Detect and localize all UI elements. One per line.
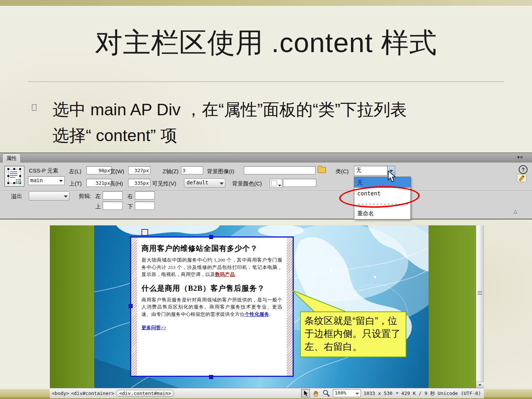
left-input[interactable] xyxy=(86,166,112,174)
element-type-label: CSS-P 元素 xyxy=(29,167,58,174)
link-personalized-service[interactable]: 个性化服务 xyxy=(245,311,269,317)
z-index-label: Z轴(Z) xyxy=(163,168,178,175)
thumb-line xyxy=(10,173,17,174)
zoom-tool-icon[interactable] xyxy=(323,389,330,397)
scrollbar-grip-icon[interactable] xyxy=(478,291,482,295)
bullet-line-2: 选择“ content” 项 xyxy=(52,123,503,149)
magnification-combo[interactable]: 100% xyxy=(333,389,361,397)
bg-image-label: 背景图像(I) xyxy=(207,168,234,175)
more-qa-link[interactable]: 更多问答>> xyxy=(141,324,166,331)
paragraph-text: 新大陆商城在中国的服务中心约 1,200 个，其中商用客户专门服务中心共计 25… xyxy=(141,257,282,277)
thumb-handle xyxy=(19,175,21,177)
chevron-down-icon xyxy=(478,384,481,386)
clip-top-label: 上 xyxy=(95,203,101,210)
class-value: 无 xyxy=(356,167,361,174)
callout-note: 条纹区就是“留白”，位于边框内侧。只设置了左、右留白。 xyxy=(300,311,406,357)
selection-handle-bottom[interactable] xyxy=(209,375,213,379)
window-size-value[interactable]: 1033 x 530 xyxy=(364,391,392,396)
scrollbar-down-button[interactable] xyxy=(476,382,484,388)
chevron-down-icon xyxy=(59,180,63,182)
selection-handle-left[interactable] xyxy=(129,304,133,308)
edit-pencil-icon[interactable] xyxy=(517,174,526,182)
bg-color-input[interactable] xyxy=(283,179,316,187)
element-thumbnail-icon xyxy=(4,166,24,187)
help-icon[interactable]: ? xyxy=(519,165,528,174)
top-label: 上(T) xyxy=(69,180,82,187)
select-tool-button[interactable] xyxy=(301,389,310,398)
visibility-label: 可见性(V) xyxy=(152,180,176,187)
clip-label: 剪辑: xyxy=(79,193,91,200)
tag-selector-main-selected[interactable]: <div.content#main> xyxy=(116,390,174,397)
paragraph-text: . xyxy=(235,272,236,277)
thumb-handle xyxy=(7,168,9,170)
clip-bottom-input[interactable] xyxy=(135,202,155,210)
content-paragraph-1: 新大陆商城在中国的服务中心约 1,200 个，其中商用客户专门服务中心共计 25… xyxy=(141,256,282,278)
bullet-text: 选中 main AP Div ，在“属性”面板的“类”下拉列表 选择“ cont… xyxy=(52,97,503,149)
visibility-combo[interactable]: default xyxy=(184,178,225,188)
hand-tool-icon[interactable] xyxy=(313,390,320,397)
color-swatch xyxy=(271,180,277,186)
title-divider xyxy=(28,81,504,82)
z-index-input[interactable] xyxy=(181,166,203,174)
encoding-label: Unicode (UTF-8) xyxy=(438,391,481,396)
content-area: 商用客户的维修站全国有多少个？ 新大陆商城在中国的服务中心约 1,200 个，其… xyxy=(137,238,287,376)
status-bar: <body> <div#container> <div.content#main… xyxy=(50,388,484,398)
clip-bottom-label: 下 xyxy=(127,203,133,210)
thumb-line xyxy=(10,177,15,178)
vertical-scrollbar[interactable] xyxy=(476,225,484,388)
clip-top-input[interactable] xyxy=(103,202,123,210)
chevron-down-icon xyxy=(220,183,224,185)
link-digital-products[interactable]: 数码产品 xyxy=(215,272,235,277)
chevron-down-icon xyxy=(396,392,399,394)
width-input[interactable] xyxy=(128,166,150,174)
visibility-value: default xyxy=(187,180,208,185)
left-label: 左(L) xyxy=(69,168,81,175)
magnification-value: 100% xyxy=(335,390,346,396)
bg-color-label: 背景颜色(C) xyxy=(232,180,262,187)
right-sidebar-column xyxy=(429,225,476,388)
slide-top-bar xyxy=(0,0,532,7)
thumb-handle xyxy=(13,182,15,184)
mouse-cursor-icon xyxy=(387,171,397,183)
element-id-value: main xyxy=(30,177,43,183)
collapse-panel-icon[interactable]: △ xyxy=(514,208,517,214)
clip-left-input[interactable] xyxy=(103,191,123,200)
clip-right-input[interactable] xyxy=(135,191,155,200)
element-id-combo[interactable]: main xyxy=(28,176,65,185)
tag-selector-body[interactable]: <body> xyxy=(52,391,69,396)
tag-selector-container[interactable]: <div#container> xyxy=(71,391,114,396)
bg-image-input[interactable] xyxy=(244,166,316,174)
properties-panel-titlebar xyxy=(0,153,532,163)
chevron-down-icon xyxy=(64,195,68,198)
content-paragraph-2: 商用客户售后服务是针对商用领域的客户所提供的，是与一般个人消费品售后区别化的服务… xyxy=(141,296,282,318)
folder-icon[interactable] xyxy=(318,167,326,173)
selected-ap-div[interactable]: 商用客户的维修站全国有多少个？ 新大陆商城在中国的服务中心约 1,200 个，其… xyxy=(130,236,294,377)
ap-div-anchor-icon[interactable] xyxy=(141,229,148,236)
thumb-image-icon xyxy=(16,179,21,184)
clip-left-label: 左 xyxy=(95,193,101,200)
overflow-label: 溢出 xyxy=(11,193,22,200)
dropdown-item-rename[interactable]: 重命名 xyxy=(354,208,410,219)
panel-menu-icon[interactable]: ▾≡ xyxy=(517,154,523,160)
chevron-down-icon xyxy=(278,185,281,187)
color-swatch-button[interactable] xyxy=(270,179,282,188)
design-view: 商用客户的维修站全国有多少个？ 新大陆商城在中国的服务中心约 1,200 个，其… xyxy=(50,225,484,388)
thumb-handle xyxy=(7,175,9,177)
clip-right-label: 右 xyxy=(127,193,133,200)
thumb-handle xyxy=(19,168,21,170)
class-label: 类(C) xyxy=(335,168,349,175)
selection-handle-top[interactable] xyxy=(209,235,213,239)
slide: 对主栏区使用 .content 样式 选中 main AP Div ，在“属性”… xyxy=(0,0,532,399)
page-title: 对主栏区使用 .content 样式 xyxy=(0,24,532,62)
bullet-line-1: 选中 main AP Div ，在“属性”面板的“类”下拉列表 xyxy=(52,97,503,123)
content-heading-2: 什么是商用（B2B）客户售后服务？ xyxy=(141,283,282,293)
pencil-glyph xyxy=(519,175,525,181)
height-input[interactable] xyxy=(128,179,150,187)
left-sidebar-column xyxy=(50,225,94,388)
status-bar-tools: 100% 1033 x 530 429 K / 9 秒 Unicode (UTF… xyxy=(301,389,484,398)
overflow-combo[interactable] xyxy=(29,191,69,201)
properties-tab[interactable]: 属性 xyxy=(2,153,21,163)
paragraph-text: . xyxy=(269,311,271,317)
width-label: 宽(W) xyxy=(110,168,124,175)
top-input[interactable] xyxy=(86,179,112,187)
